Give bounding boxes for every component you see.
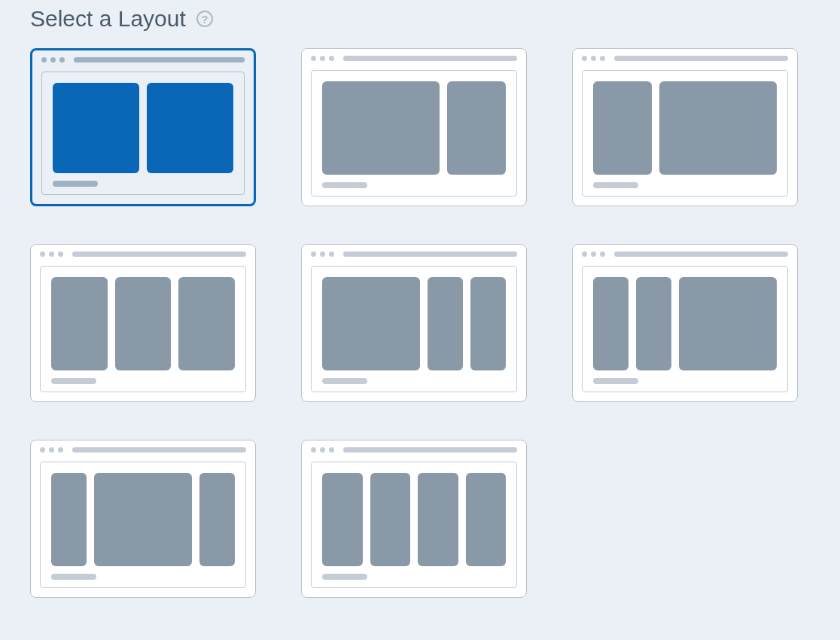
preview-columns (51, 473, 235, 566)
preview-columns (322, 277, 506, 370)
window-dots-icon (40, 251, 63, 257)
preview-column (447, 81, 506, 175)
titlebar-placeholder (72, 251, 246, 257)
layout-option-two-equal[interactable] (30, 48, 256, 206)
section-header: Select a Layout ? (30, 6, 810, 32)
preview-titlebar (302, 245, 526, 263)
preview-column (470, 277, 506, 370)
preview-column (370, 473, 411, 566)
footer-placeholder (593, 378, 638, 384)
preview-column (418, 473, 458, 566)
preview-titlebar (573, 245, 797, 263)
layout-option-narrow-wide[interactable] (572, 48, 798, 206)
preview-columns (322, 81, 506, 175)
preview-column (593, 277, 628, 370)
preview-column (147, 83, 233, 173)
preview-column (51, 473, 87, 566)
layout-option-narrow-wide-narrow[interactable] (30, 440, 256, 598)
titlebar-placeholder (343, 447, 517, 453)
window-dots-icon (311, 447, 334, 453)
preview-titlebar (31, 245, 255, 263)
footer-placeholder (593, 182, 638, 188)
preview-column (178, 277, 235, 370)
preview-body (40, 462, 246, 588)
preview-column (593, 81, 652, 175)
preview-columns (322, 473, 506, 566)
layout-option-narrow-narrow-wide[interactable] (572, 244, 798, 402)
preview-column (322, 473, 363, 566)
preview-column (115, 277, 172, 370)
window-dots-icon (582, 251, 605, 257)
titlebar-placeholder (343, 56, 517, 61)
layout-option-wide-narrow[interactable] (301, 48, 527, 206)
preview-columns (593, 81, 777, 175)
preview-body (582, 266, 788, 392)
preview-titlebar (302, 440, 526, 459)
footer-placeholder (53, 181, 98, 187)
footer-placeholder (51, 378, 96, 384)
titlebar-placeholder (343, 251, 517, 257)
preview-body (311, 462, 517, 588)
preview-columns (593, 277, 777, 370)
preview-column (659, 81, 777, 175)
window-dots-icon (40, 447, 63, 453)
preview-column (53, 83, 139, 173)
preview-column (322, 277, 420, 370)
preview-column (199, 473, 235, 566)
window-dots-icon (41, 57, 65, 62)
footer-placeholder (322, 378, 367, 384)
footer-placeholder (322, 182, 367, 188)
preview-columns (53, 83, 233, 173)
window-dots-icon (582, 56, 605, 61)
preview-titlebar (302, 49, 526, 67)
preview-columns (51, 277, 235, 370)
titlebar-placeholder (614, 56, 788, 61)
layout-option-wide-narrow-narrow[interactable] (301, 244, 527, 402)
layout-grid (30, 48, 810, 598)
layout-option-four-equal[interactable] (301, 440, 527, 598)
footer-placeholder (322, 574, 367, 580)
preview-column (51, 277, 108, 370)
footer-placeholder (51, 574, 96, 580)
layout-option-three-equal[interactable] (30, 244, 256, 402)
help-icon[interactable]: ? (196, 11, 213, 27)
preview-body (40, 266, 246, 392)
preview-column (322, 81, 440, 175)
titlebar-placeholder (74, 57, 245, 62)
preview-column (636, 277, 671, 370)
preview-titlebar (32, 50, 254, 69)
preview-titlebar (31, 440, 255, 459)
titlebar-placeholder (72, 447, 246, 453)
preview-column (428, 277, 463, 370)
window-dots-icon (311, 56, 334, 61)
preview-body (311, 70, 517, 197)
preview-column (466, 473, 507, 566)
preview-body (582, 70, 788, 197)
titlebar-placeholder (614, 251, 788, 257)
window-dots-icon (311, 251, 334, 257)
preview-body (311, 266, 517, 392)
section-title: Select a Layout (30, 6, 186, 32)
preview-column (94, 473, 192, 566)
preview-titlebar (573, 49, 797, 67)
preview-column (679, 277, 777, 370)
preview-body (41, 72, 245, 195)
